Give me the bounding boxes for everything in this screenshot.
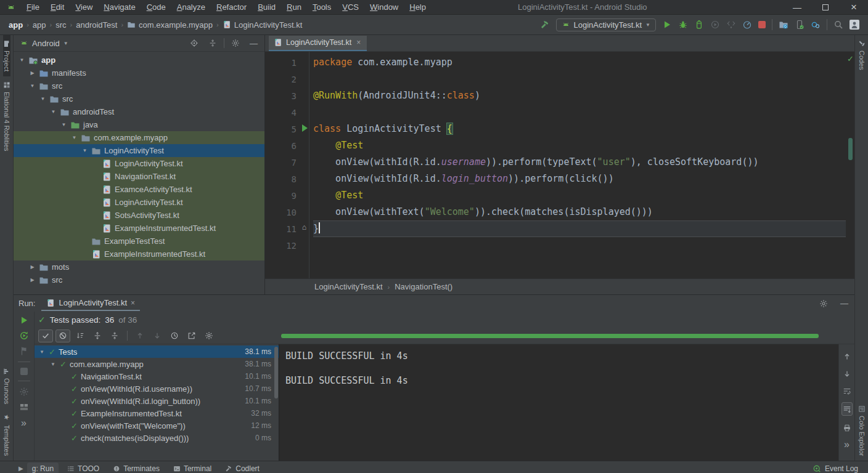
tree-toggle-icon[interactable]: ▶ bbox=[29, 264, 36, 270]
show-passed-toggle[interactable] bbox=[38, 329, 53, 342]
tool-window-button-tooo[interactable]: TOOO bbox=[62, 463, 104, 473]
menu-analyze[interactable]: Analyze bbox=[171, 2, 211, 12]
tool-window-project[interactable]: Project bbox=[3, 35, 10, 76]
export-results-button[interactable] bbox=[184, 329, 199, 342]
event-log-button[interactable]: Event Log bbox=[825, 464, 858, 473]
tree-item-loginactivitytest-kt[interactable]: LoginActivityTest.kt bbox=[14, 157, 264, 170]
test-result-row[interactable]: ▼ ✓ com.example.myapp 38.1 ms bbox=[35, 358, 279, 370]
gear-icon[interactable] bbox=[231, 39, 240, 47]
tool-window-templates[interactable]: ★ Templates bbox=[2, 409, 10, 461]
tree-item-app[interactable]: ▼app bbox=[14, 54, 264, 67]
tree-toggle-icon[interactable]: ▼ bbox=[51, 362, 57, 367]
menu-file[interactable]: File bbox=[21, 2, 45, 12]
breadcrumb-item[interactable]: app bbox=[33, 20, 46, 30]
menu-navigate[interactable]: Navigate bbox=[98, 2, 141, 12]
debug-button[interactable] bbox=[678, 20, 688, 30]
tool-window-captures[interactable]: Orunoos bbox=[3, 363, 10, 409]
run-console[interactable]: BUILD SUCCESSFUL in 4sBUILD SUCCESSFUL i… bbox=[279, 344, 838, 461]
tree-item-src[interactable]: ▶src bbox=[14, 273, 264, 286]
tool-window-button-terminates[interactable]: Terminates bbox=[108, 463, 165, 473]
run-configuration-select[interactable]: LoginActivityTest.kt ▼ bbox=[556, 18, 656, 31]
scroll-to-end-button[interactable] bbox=[841, 402, 853, 416]
tool-window-button-terminal[interactable]: Terminal bbox=[168, 463, 216, 473]
code-line-12[interactable] bbox=[313, 237, 846, 254]
more-button[interactable]: » bbox=[844, 439, 850, 450]
test-result-row[interactable]: ✓ ExampleInstrumentedTest.kt 32 ms bbox=[35, 407, 279, 419]
fold-gutter-icon[interactable]: ⌂ bbox=[302, 223, 306, 232]
project-view-selector[interactable]: Android bbox=[32, 39, 60, 48]
menu-buiid[interactable]: Buiid bbox=[252, 2, 281, 12]
breadcrumb-item[interactable]: src bbox=[55, 20, 66, 30]
profile-button[interactable] bbox=[710, 20, 720, 30]
rerun-failed-button[interactable] bbox=[19, 331, 29, 341]
hammer-icon[interactable] bbox=[540, 20, 550, 30]
code-line-3[interactable]: @RunWith(AndroidJUnit4::class) bbox=[313, 87, 846, 104]
breadcrumb-item[interactable]: LoginActivityTest.kt bbox=[223, 20, 303, 30]
breadcrumb-member[interactable]: NavigationTest() bbox=[395, 282, 452, 291]
pin-flag-button[interactable] bbox=[19, 346, 29, 356]
breadcrumb-item[interactable]: com.example.myapp bbox=[127, 20, 213, 30]
code-line-9[interactable]: @Test bbox=[313, 187, 846, 204]
soft-wrap-button[interactable] bbox=[843, 385, 851, 396]
tree-toggle-icon[interactable]: ▼ bbox=[50, 109, 57, 115]
previous-failed-button[interactable] bbox=[133, 329, 147, 342]
more-button[interactable]: » bbox=[21, 418, 27, 429]
editor-scrollbar[interactable]: ✓ bbox=[846, 52, 854, 278]
tree-item-manifests[interactable]: ▶manifests bbox=[14, 67, 264, 79]
tool-window-gradle[interactable]: Codes bbox=[858, 35, 866, 75]
test-tree-scrollbar[interactable] bbox=[274, 347, 278, 398]
tree-toggle-icon[interactable]: ▶ bbox=[29, 277, 36, 283]
menu-view[interactable]: View bbox=[70, 2, 98, 12]
test-result-row[interactable]: ✓ onView(withText("Welcome")) 12 ms bbox=[35, 419, 279, 432]
tree-toggle-icon[interactable]: ▼ bbox=[18, 57, 25, 63]
scroll-up-button[interactable] bbox=[843, 350, 851, 362]
tree-item-loginactivitytest[interactable]: ▼LoginActivityTest bbox=[14, 144, 264, 157]
tree-item-java[interactable]: ▼java bbox=[14, 118, 264, 131]
stop-icon[interactable] bbox=[20, 368, 28, 375]
collapse-all-icon[interactable] bbox=[208, 39, 217, 47]
menu-vcs[interactable]: VCS bbox=[337, 2, 364, 12]
code-line-7[interactable]: onView(withId(R.id.username)).perform(ty… bbox=[313, 154, 846, 171]
tree-item-sotsactivitytest-kt[interactable]: SotsActivityTest.kt bbox=[14, 209, 264, 222]
menu-code[interactable]: Code bbox=[141, 2, 171, 12]
scrollbar-thumb[interactable] bbox=[848, 138, 853, 160]
expand-all-button[interactable] bbox=[90, 329, 105, 342]
tree-item-navigationtest-kt[interactable]: NavigationTest.kt bbox=[14, 170, 264, 183]
rerun-button[interactable] bbox=[19, 315, 29, 325]
menu-refactor[interactable]: Refactor bbox=[211, 2, 252, 12]
tree-item-loginactivitytest-kt[interactable]: LoginActivityTest.kt bbox=[14, 196, 264, 209]
next-failed-button[interactable] bbox=[150, 329, 165, 342]
tree-item-exampleinstrumentedtest-kt[interactable]: ExampleInstrumentedTest.kt bbox=[14, 222, 264, 235]
tree-item-src[interactable]: ▼src bbox=[14, 79, 264, 92]
gear-icon[interactable] bbox=[819, 299, 828, 308]
tree-toggle-icon[interactable]: ▼ bbox=[81, 148, 88, 153]
code-area[interactable]: 1 2 3 4 5 6 7 8 9 10 11 ⌂ 12 package com… bbox=[265, 52, 854, 278]
tool-window-button-codlert[interactable]: Codlert bbox=[220, 463, 264, 473]
tree-toggle-icon[interactable]: ▼ bbox=[29, 83, 36, 89]
tree-toggle-icon[interactable]: ▼ bbox=[39, 96, 46, 102]
show-ignored-toggle[interactable] bbox=[55, 329, 70, 342]
code-line-1[interactable]: package com.example.myapp bbox=[313, 54, 846, 71]
maximize-button[interactable] bbox=[811, 2, 840, 12]
tool-window-device-explorer[interactable]: Colo Explolor bbox=[858, 400, 866, 461]
test-history-button[interactable] bbox=[167, 329, 182, 342]
code-line-4[interactable] bbox=[313, 104, 846, 121]
menu-window[interactable]: Window bbox=[364, 2, 404, 12]
tree-item-exampletesttest[interactable]: ExampleTestTest bbox=[14, 235, 264, 248]
search-everywhere-button[interactable] bbox=[833, 20, 843, 30]
tool-window-button-g-run[interactable]: g: Run bbox=[27, 463, 59, 473]
tree-toggle-icon[interactable]: ▶ bbox=[29, 70, 36, 76]
test-result-row[interactable]: ✓ check(matches(isDisplayed())) 0 ms bbox=[35, 432, 279, 444]
device-manager-button[interactable] bbox=[795, 20, 805, 30]
menu-run[interactable]: Run bbox=[281, 2, 307, 12]
code-line-2[interactable] bbox=[313, 71, 846, 87]
print-button[interactable] bbox=[843, 422, 851, 433]
options-button[interactable] bbox=[202, 329, 216, 342]
test-result-row[interactable]: ✓ NavigationTest.kt 10.1 ms bbox=[35, 370, 279, 382]
coverage-button[interactable] bbox=[694, 20, 704, 30]
menu-tools[interactable]: Tools bbox=[307, 2, 337, 12]
test-result-row[interactable]: ✓ onView(WithId(R.id.username)) 10.7 ms bbox=[35, 382, 279, 395]
code-line-11[interactable]: } bbox=[313, 220, 846, 237]
tree-item-src[interactable]: ▼src bbox=[14, 92, 264, 105]
hide-panel-button[interactable]: — bbox=[250, 39, 258, 48]
